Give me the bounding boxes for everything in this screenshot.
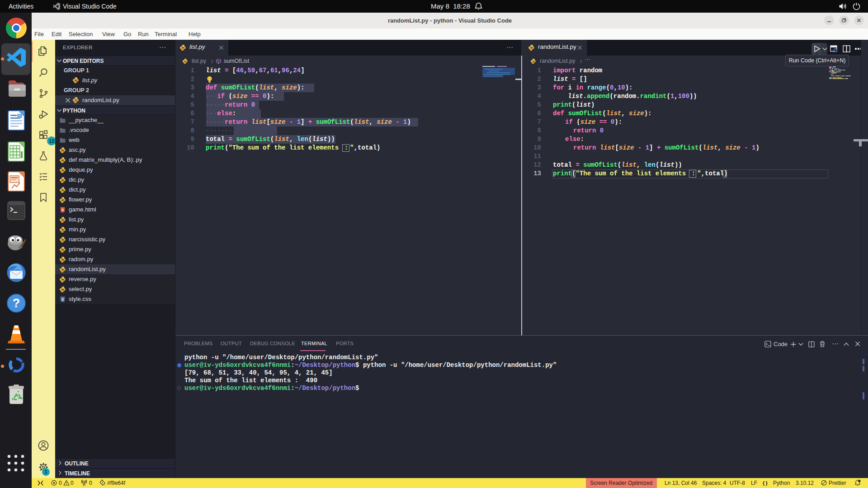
svg-text:?: ?: [13, 296, 20, 310]
